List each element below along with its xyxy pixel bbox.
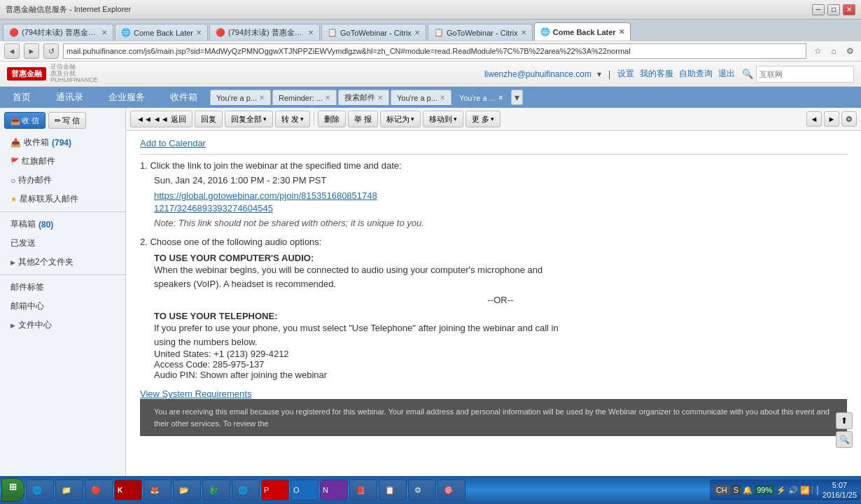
refresh-button[interactable]: ↺	[43, 43, 59, 59]
delete-button[interactable]: 删除	[318, 111, 346, 127]
taskbar-onenote[interactable]: N	[320, 479, 348, 500]
mail-tab-yourep1[interactable]: You're a p... ✕	[210, 90, 271, 105]
dropdown-arrow-5: ▾	[491, 115, 494, 122]
mail-tab-yourep2[interactable]: You're a p... ✕	[391, 90, 451, 105]
home-icon[interactable]: ⌂	[827, 44, 841, 58]
back-button[interactable]: ◄	[4, 43, 20, 59]
taskbar-kingsoft[interactable]: K	[114, 479, 142, 500]
close-tab-4[interactable]: ✕	[440, 94, 445, 102]
browser-tab-6[interactable]: 🌐 Come Back Later ✕	[534, 22, 631, 41]
customer-service-link[interactable]: 我的客服	[640, 68, 673, 80]
close-tab-2[interactable]: ✕	[325, 94, 330, 102]
forward-button[interactable]: 转 发 ▾	[275, 111, 310, 127]
move-button[interactable]: 移动到 ▾	[423, 111, 463, 127]
mail-tab-search[interactable]: 搜索邮件 ✕	[338, 90, 389, 105]
sidebar-item-mailbox-center[interactable]: 邮箱中心	[0, 297, 125, 316]
taskbar-ie[interactable]: 🌐	[26, 479, 54, 500]
back-button[interactable]: ◄◄ ◄◄ 返回	[130, 111, 192, 127]
compose-button[interactable]: ✏ 写 信	[48, 112, 86, 129]
close-tab-3[interactable]: ✕	[377, 94, 383, 102]
lang-indicator[interactable]: CH	[714, 485, 729, 495]
maximize-button[interactable]: □	[827, 4, 840, 15]
browser-tab-2[interactable]: 🌐 Come Back Later ✕	[115, 24, 208, 41]
us-phone: United States: +1 (213) 929-4212	[154, 349, 847, 359]
sys-req-link[interactable]: View System Requirements	[140, 388, 847, 399]
computer-audio-title: TO USE YOUR COMPUTER'S AUDIO:	[154, 253, 847, 263]
mail-tab-reminder[interactable]: Reminder: ... ✕	[272, 90, 337, 105]
sidebar-item-drafts[interactable]: 草稿箱 (80)	[0, 215, 125, 234]
taskbar-app3[interactable]: 📕	[349, 479, 377, 500]
mark-button[interactable]: 标记为 ▾	[380, 111, 421, 127]
url-input[interactable]	[63, 43, 806, 59]
forward-button[interactable]: ►	[24, 43, 39, 59]
logo-text: 证信金融 惠及分我 PUHUIFINANCE	[50, 64, 98, 85]
webinar-link[interactable]: https://global.gotowebinar.com/pjoin/815…	[154, 190, 847, 215]
browser-tab-bar: 🔴 (794封未读) 普惠金融信息 ✕ 🌐 Come Back Later ✕ …	[0, 20, 861, 41]
star-icon[interactable]: ☆	[811, 44, 825, 58]
taskbar-chrome[interactable]: 🌐	[232, 479, 260, 500]
access-code: Access Code: 285-975-137	[154, 359, 847, 370]
taskbar-clock[interactable]: 5:07 2016/1/25	[822, 480, 857, 500]
taskbar-ppt[interactable]: P	[261, 479, 289, 500]
taskbar-app6[interactable]: 🎯	[438, 479, 465, 500]
inbox-icon: 📥	[10, 116, 20, 125]
more-tabs-button[interactable]: ▾	[511, 90, 523, 105]
nav-tab-inbox[interactable]: 收件箱	[158, 87, 210, 108]
more-button[interactable]: 更 多 ▾	[465, 111, 500, 127]
settings-link[interactable]: 设置	[617, 68, 634, 80]
report-button[interactable]: 举 报	[348, 111, 378, 127]
expand-icon-2: ▶	[10, 322, 15, 329]
sidebar-item-sent[interactable]: 已发送	[0, 234, 125, 253]
sidebar-item-other-folders[interactable]: ▶ 其他2个文件夹	[0, 253, 125, 272]
taskbar-firefox[interactable]: 🦊	[144, 479, 172, 500]
sidebar-item-file-center[interactable]: ▶ 文件中心	[0, 316, 125, 335]
nav-tab-home[interactable]: 首页	[0, 87, 43, 108]
search-icon: 🔍	[742, 69, 753, 79]
back-icon: ◄◄	[136, 115, 152, 123]
sys-tray: CH S 🔔 99% ⚡ 🔊 📶 │ 5:07 2016/1/25	[710, 479, 861, 500]
browser-tab-5[interactable]: 📋 GoToWebinar - Citrix ✕	[428, 24, 533, 41]
close-tab-1[interactable]: ✕	[259, 94, 265, 102]
scroll-top-button[interactable]: ⬆	[836, 412, 853, 429]
flag-icon: 🚩	[10, 158, 19, 165]
sidebar-item-todo[interactable]: ○ 待办邮件	[0, 171, 125, 190]
close-button[interactable]: ✕	[843, 4, 855, 15]
sidebar-item-labels[interactable]: 邮件标签	[0, 278, 125, 297]
taskbar-explorer[interactable]: 📁	[55, 479, 83, 500]
settings-icon[interactable]: ⚙	[843, 44, 857, 58]
self-service-link[interactable]: 自助查询	[679, 68, 713, 80]
taskbar-app4[interactable]: 📋	[379, 479, 407, 500]
taskbar-app5[interactable]: ⚙	[408, 479, 436, 500]
reply-all-button[interactable]: 回复全部 ▾	[225, 111, 273, 127]
email-settings-button[interactable]: ⚙	[841, 111, 857, 127]
taskbar-outlook[interactable]: O	[290, 479, 318, 500]
browser-tab-3[interactable]: 🔴 (794封未读) 普惠金融信息 ✕	[209, 24, 320, 41]
reply-button[interactable]: 回复	[195, 111, 223, 127]
nav-tab-enterprise[interactable]: 企业服务	[96, 87, 158, 108]
star-icon: ★	[10, 195, 17, 203]
search-input[interactable]	[756, 66, 854, 83]
logout-link[interactable]: 退出	[718, 68, 735, 80]
taskbar-red-app[interactable]: 🔴	[85, 479, 113, 500]
add-calendar-link[interactable]: Add to Calendar	[140, 138, 206, 148]
zoom-button[interactable]: 🔍	[836, 431, 853, 448]
next-email-button[interactable]: ►	[824, 111, 839, 127]
mail-tab-yourea[interactable]: You're a ... ✕	[453, 90, 510, 105]
show-desktop-button[interactable]: │	[812, 486, 820, 494]
section1-heading: 1. Click the link to join the webinar at…	[140, 160, 847, 171]
sidebar-item-inbox[interactable]: 📥 收件箱 (794)	[0, 133, 125, 152]
prev-email-button[interactable]: ◄	[806, 111, 822, 127]
volume-icon[interactable]: 🔊	[788, 486, 798, 495]
close-tab-5[interactable]: ✕	[498, 94, 503, 102]
nav-tab-contacts[interactable]: 通讯录	[43, 87, 96, 108]
lang-s[interactable]: S	[732, 485, 741, 495]
taskbar-files[interactable]: 📂	[173, 479, 201, 500]
minimize-button[interactable]: ─	[812, 4, 825, 15]
browser-tab-1[interactable]: 🔴 (794封未读) 普惠金融信息 ✕	[3, 24, 113, 41]
browser-tab-4[interactable]: 📋 GoToWebinar - Citrix ✕	[321, 24, 426, 41]
taskbar-app2[interactable]: 🐉	[202, 479, 230, 500]
start-button[interactable]: ⊞	[1, 478, 24, 502]
sidebar-item-starred[interactable]: ★ 星标联系人邮件	[0, 190, 125, 209]
inbox-button[interactable]: 📥 收 信	[4, 112, 46, 129]
sidebar-item-flagged[interactable]: 🚩 红旗邮件	[0, 152, 125, 171]
